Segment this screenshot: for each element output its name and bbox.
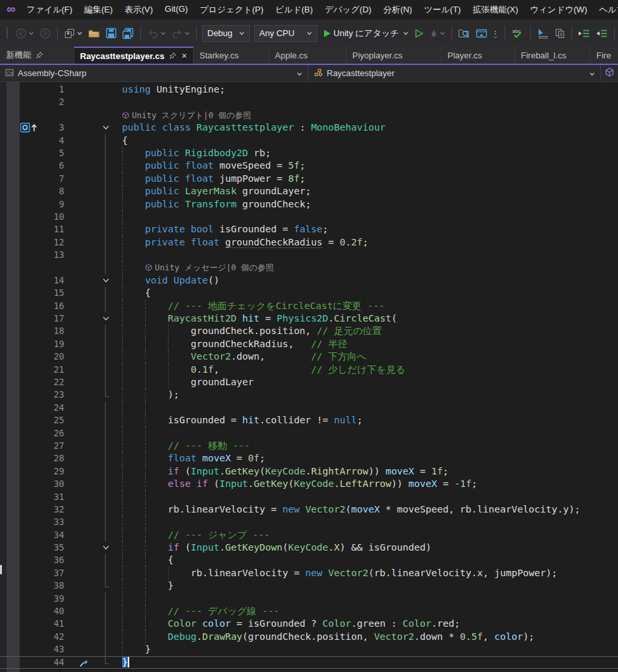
code-area[interactable]: 1using UnityEngine;2Unity スクリプト|0 個の参照3p…: [0, 83, 618, 669]
line-number[interactable]: 16: [20, 300, 64, 312]
line-number[interactable]: 32: [20, 503, 64, 516]
code-text[interactable]: public Rigidbody2D rb;: [122, 147, 618, 159]
code-text[interactable]: groundLayer: [122, 376, 618, 388]
line-number[interactable]: 31: [20, 491, 64, 503]
code-line[interactable]: 3public class Raycasttestplayer : MonoBe…: [0, 121, 618, 134]
code-line[interactable]: 32 rb.linearVelocity = new Vector2(moveX…: [0, 503, 618, 516]
line-number[interactable]: 43: [20, 643, 64, 656]
code-line[interactable]: 7 public float jumpPower = 8f;: [0, 173, 618, 185]
menu-item-9[interactable]: 拡張機能(X): [466, 1, 524, 19]
code-line[interactable]: 14 void Update(): [0, 274, 618, 287]
code-text[interactable]: // --- デバッグ線 ---: [122, 605, 618, 618]
line-number[interactable]: 22: [20, 376, 64, 388]
code-line[interactable]: 35 if (Input.GetKeyDown(KeyCode.X) && is…: [0, 541, 618, 554]
line-number[interactable]: 27: [20, 440, 64, 452]
codelens-text[interactable]: Unity メッセージ|0 個の参照: [155, 262, 274, 272]
code-text[interactable]: Unity スクリプト|0 個の参照: [122, 109, 618, 121]
code-line[interactable]: 30 else if (Input.GetKey(KeyCode.LeftArr…: [0, 478, 618, 490]
code-line[interactable]: 19 groundCheckRadius, // 半径: [0, 338, 618, 350]
code-text[interactable]: [122, 593, 618, 605]
line-number[interactable]: 36: [20, 554, 64, 566]
line-number[interactable]: 29: [20, 465, 64, 478]
code-text[interactable]: 0.1f, // 少しだけ下を見る: [122, 364, 618, 376]
line-number[interactable]: 39: [20, 593, 64, 605]
code-text[interactable]: [122, 491, 618, 503]
collapse-chevron-icon[interactable]: [101, 274, 110, 287]
code-line[interactable]: 12 private float groundCheckRadius = 0.2…: [0, 236, 618, 249]
solution-platforms-combobox[interactable]: Any CPU: [254, 25, 318, 42]
code-text[interactable]: // --- 移動 ---: [122, 440, 618, 452]
run-to-cursor-icon[interactable]: [20, 123, 38, 136]
code-text[interactable]: public float moveSpeed = 5f;: [122, 159, 618, 172]
line-number[interactable]: 8: [20, 185, 64, 198]
collapse-chevron-icon[interactable]: [101, 541, 110, 554]
line-number[interactable]: 1: [20, 83, 64, 96]
code-line[interactable]: 33: [0, 516, 618, 528]
tab-Piyoplayer.cs[interactable]: Piyoplayer.cs: [346, 47, 442, 64]
code-text[interactable]: [122, 249, 618, 261]
copy-lines-button[interactable]: [552, 26, 567, 41]
tab-Player.cs[interactable]: Player.cs: [442, 47, 515, 64]
menu-item-2[interactable]: 表示(V): [119, 1, 159, 19]
line-number[interactable]: 42: [20, 631, 64, 643]
code-line[interactable]: 18 groundCheck.position, // 足元の位置: [0, 325, 618, 337]
tab-Fire[interactable]: Fire: [590, 47, 618, 64]
code-text[interactable]: RaycastHit2D hit = Physics2D.CircleCast(: [122, 312, 618, 325]
code-line[interactable]: 34 // --- ジャンプ ---: [0, 529, 618, 541]
code-line[interactable]: 28 float moveX = 0f;: [0, 452, 618, 465]
menu-item-1[interactable]: 編集(E): [78, 1, 118, 19]
indent-decrease-button[interactable]: [576, 26, 592, 41]
line-number[interactable]: 15: [20, 287, 64, 299]
tab-Apple.cs[interactable]: Apple.cs: [269, 47, 346, 64]
code-text[interactable]: public Transform groundCheck;: [122, 198, 618, 211]
code-text[interactable]: }: [122, 643, 618, 656]
code-text[interactable]: Color color = isGrounded ? Color.green :…: [122, 618, 618, 630]
save-button[interactable]: [104, 26, 119, 41]
code-text[interactable]: [122, 516, 618, 528]
code-line[interactable]: 16 // --- 地面チェックをCircleCastに変更 ---: [0, 300, 618, 312]
code-line[interactable]: 27 // --- 移動 ---: [0, 440, 618, 452]
tab-Fireball_l.cs[interactable]: Fireball_l.cs: [515, 47, 590, 64]
code-text[interactable]: float moveX = 0f;: [122, 452, 618, 465]
code-line[interactable]: 21 0.1f, // 少しだけ下を見る: [0, 364, 618, 376]
line-cursor-button[interactable]: [535, 26, 551, 41]
line-number[interactable]: 23: [20, 388, 64, 401]
find-in-files-button[interactable]: [456, 26, 472, 41]
open-folder-button[interactable]: [86, 26, 102, 41]
line-number[interactable]: 24: [20, 402, 64, 414]
indent-increase-button[interactable]: [594, 26, 610, 41]
code-line[interactable]: 41 Color color = isGrounded ? Color.gree…: [0, 618, 618, 630]
line-number[interactable]: 19: [20, 338, 64, 350]
spell-check-button[interactable]: abc: [510, 26, 526, 41]
code-text[interactable]: public LayerMask groundLayer;: [122, 185, 618, 198]
line-number[interactable]: 28: [20, 452, 64, 465]
hot-reload-button[interactable]: [427, 26, 447, 41]
line-number[interactable]: 38: [20, 579, 64, 592]
line-number[interactable]: 13: [20, 249, 64, 261]
code-text[interactable]: [122, 96, 618, 108]
code-text[interactable]: Unity メッセージ|0 個の参照: [122, 261, 618, 274]
unity-button[interactable]: [601, 65, 618, 81]
code-line[interactable]: 25 isGrounded = hit.collider != null;: [0, 414, 618, 427]
code-text[interactable]: {: [122, 287, 618, 299]
line-number[interactable]: 9: [20, 198, 64, 211]
collapse-chevron-icon[interactable]: [101, 121, 110, 134]
code-text[interactable]: using UnityEngine;: [122, 83, 618, 96]
redo-button[interactable]: [169, 26, 192, 41]
code-text[interactable]: groundCheckRadius, // 半径: [122, 338, 618, 350]
line-number[interactable]: 11: [20, 223, 64, 236]
code-text[interactable]: {: [122, 135, 618, 147]
code-line[interactable]: 44}: [0, 656, 618, 669]
code-line[interactable]: 2: [0, 96, 618, 108]
code-line[interactable]: 26: [0, 427, 618, 440]
menu-item-10[interactable]: ウィンドウ(W): [524, 1, 593, 19]
save-all-button[interactable]: [120, 26, 136, 41]
code-line[interactable]: 15 {: [0, 287, 618, 299]
code-text[interactable]: );: [122, 388, 618, 401]
code-line[interactable]: 43 }: [0, 643, 618, 656]
tab-Raycasttestplayer.cs[interactable]: Raycasttestplayer.cs×: [74, 47, 194, 64]
line-number[interactable]: 7: [20, 173, 64, 185]
type-dropdown[interactable]: Raycasttestplayer: [308, 65, 601, 81]
code-line[interactable]: 6 public float moveSpeed = 5f;: [0, 159, 618, 172]
new-project-button[interactable]: [62, 26, 85, 41]
